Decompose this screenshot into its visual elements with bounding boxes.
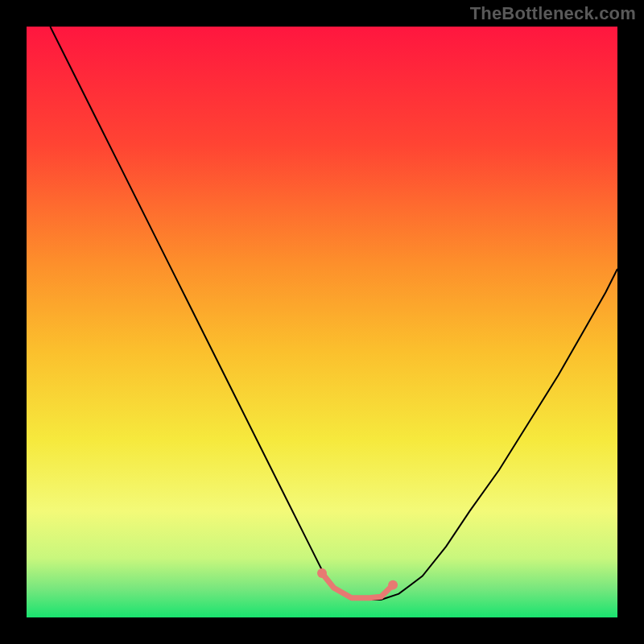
chart-background bbox=[27, 27, 617, 617]
optimal-start bbox=[317, 568, 327, 578]
optimal-end bbox=[388, 580, 398, 590]
chart-frame: TheBottleneck.com bbox=[0, 0, 644, 644]
watermark-text: TheBottleneck.com bbox=[470, 3, 636, 24]
bottleneck-chart bbox=[27, 27, 617, 617]
